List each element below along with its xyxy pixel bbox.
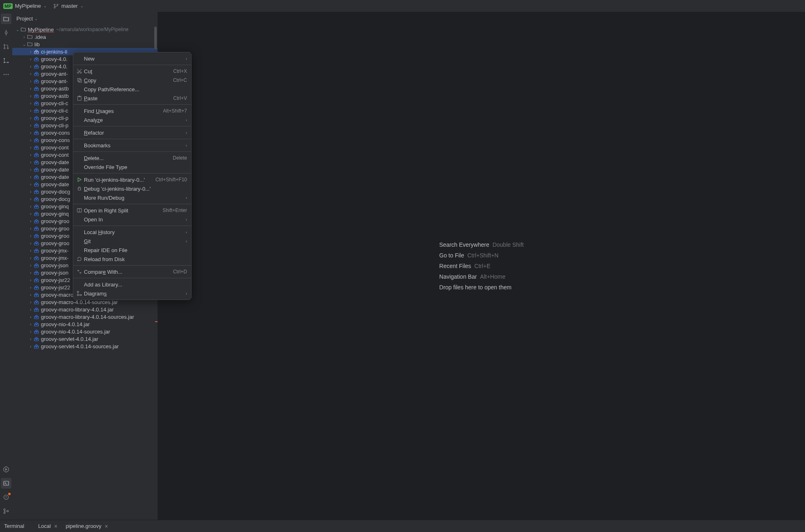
scrollbar-thumb[interactable] [154, 27, 157, 50]
project-header[interactable]: Project ⌄ [12, 12, 158, 25]
expand-icon[interactable]: › [28, 256, 34, 260]
expand-icon[interactable]: › [28, 138, 34, 142]
menu-item[interactable]: Git› [73, 237, 191, 246]
expand-icon[interactable]: › [28, 212, 34, 216]
expand-icon[interactable]: › [28, 285, 34, 290]
expand-icon[interactable]: › [28, 307, 34, 312]
expand-icon[interactable]: › [28, 167, 34, 172]
menu-item[interactable]: Refactor› [73, 128, 191, 137]
expand-icon[interactable]: › [28, 300, 34, 304]
menu-item[interactable]: CopyCtrl+C [73, 76, 191, 85]
expand-icon[interactable]: › [28, 234, 34, 238]
chevron-right-icon: › [186, 143, 187, 148]
menu-item[interactable]: Run 'ci-jenkins-library-0...'Ctrl+Shift+… [73, 175, 191, 184]
tree-root[interactable]: ⌄ MyPipeline ~/amarula/workspace/MyPipel… [12, 26, 158, 33]
project-name: MyPipeline [15, 3, 41, 9]
tree-item[interactable]: ›groovy-nio-4.0.14-sources.jar [12, 328, 158, 335]
menu-item[interactable]: Override File Type [73, 162, 191, 171]
menu-item[interactable]: CutCtrl+X [73, 67, 191, 76]
menu-item[interactable]: New› [73, 54, 191, 63]
expand-icon[interactable]: › [28, 153, 34, 157]
expand-icon[interactable]: › [28, 248, 34, 253]
menu-item[interactable]: Add as Library... [73, 280, 191, 289]
menu-item[interactable]: Compare With...Ctrl+D [73, 267, 191, 276]
terminal-tab-local[interactable]: Local × [34, 523, 61, 530]
expand-icon[interactable]: › [28, 204, 34, 209]
vcs-tool-button[interactable] [1, 506, 11, 516]
expand-icon[interactable]: › [28, 94, 34, 98]
expand-icon[interactable]: › [28, 57, 34, 61]
expand-icon[interactable]: › [28, 101, 34, 106]
branch-selector[interactable]: master ⌄ [53, 3, 83, 9]
menu-item[interactable]: Open in Right SplitShift+Enter [73, 206, 191, 215]
expand-icon[interactable]: › [28, 72, 34, 76]
expand-icon[interactable]: › [28, 50, 34, 54]
commit-tool-button[interactable] [1, 27, 11, 38]
close-icon[interactable]: × [54, 523, 57, 530]
expand-icon[interactable]: › [28, 278, 34, 282]
menu-item[interactable]: More Run/Debug› [73, 193, 191, 202]
project-tool-button[interactable] [1, 14, 11, 24]
menu-item[interactable]: Local History› [73, 228, 191, 237]
terminal-label[interactable]: Terminal [4, 523, 24, 529]
menu-item[interactable]: Reload from Disk [73, 255, 191, 264]
expand-icon[interactable]: › [28, 175, 34, 179]
expand-icon[interactable]: › [28, 315, 34, 319]
close-icon[interactable]: × [105, 523, 108, 530]
menu-item[interactable]: Find UsagesAlt+Shift+7 [73, 106, 191, 115]
expand-icon[interactable]: › [28, 263, 34, 268]
expand-icon[interactable]: › [28, 293, 34, 297]
expand-icon[interactable]: › [28, 241, 34, 246]
expand-icon[interactable]: › [28, 329, 34, 334]
expand-icon[interactable]: › [28, 64, 34, 69]
expand-icon[interactable]: › [28, 79, 34, 83]
menu-label: Refactor [83, 130, 186, 136]
terminal-tool-button[interactable] [1, 478, 11, 489]
menu-item[interactable]: Diagrams› [73, 289, 191, 298]
expand-icon[interactable]: ⌄ [21, 42, 27, 47]
menu-item[interactable]: Copy Path/Reference... [73, 85, 191, 94]
expand-icon[interactable]: › [21, 35, 27, 39]
menu-item[interactable]: Bookmarks› [73, 141, 191, 150]
expand-icon[interactable]: ⌄ [15, 27, 20, 32]
menu-item[interactable]: Open In› [73, 215, 191, 224]
tree-item[interactable]: ›groovy-macro-library-4.0.14.jar [12, 306, 158, 313]
menu-item[interactable]: Analyze› [73, 115, 191, 124]
expand-icon[interactable]: › [28, 145, 34, 150]
expand-icon[interactable]: › [28, 344, 34, 349]
menu-item[interactable]: PasteCtrl+V [73, 94, 191, 103]
menu-item[interactable]: Repair IDE on File [73, 246, 191, 255]
terminal-tab-pipeline[interactable]: pipeline.groovy × [61, 523, 112, 530]
expand-icon[interactable]: › [28, 160, 34, 165]
menu-item[interactable]: Delete...Delete [73, 153, 191, 162]
chevron-right-icon: › [186, 291, 187, 296]
expand-icon[interactable]: › [28, 108, 34, 113]
tree-item[interactable]: ›groovy-macro-library-4.0.14-sources.jar [12, 313, 158, 320]
expand-icon[interactable]: › [28, 226, 34, 231]
expand-icon[interactable]: › [28, 86, 34, 91]
expand-icon[interactable]: › [28, 219, 34, 223]
editor-area[interactable]: Search EverywhereDouble Shift Go to File… [158, 12, 805, 520]
tree-item[interactable]: ›groovy-servlet-4.0.14.jar [12, 335, 158, 343]
expand-icon[interactable]: › [28, 182, 34, 187]
context-menu[interactable]: New›CutCtrl+XCopyCtrl+CCopy Path/Referen… [73, 52, 192, 300]
tree-item[interactable]: ›groovy-nio-4.0.14.jar [12, 320, 158, 328]
more-tools-button[interactable] [1, 69, 11, 80]
tree-folder-idea[interactable]: › .idea [12, 33, 158, 41]
expand-icon[interactable]: › [28, 271, 34, 275]
pull-requests-button[interactable] [1, 41, 11, 52]
expand-icon[interactable]: › [28, 189, 34, 194]
expand-icon[interactable]: › [28, 123, 34, 128]
expand-icon[interactable]: › [28, 322, 34, 327]
expand-icon[interactable]: › [28, 337, 34, 341]
structure-tool-button[interactable] [1, 55, 11, 66]
tree-folder-lib[interactable]: ⌄ lib [12, 41, 158, 48]
tree-item[interactable]: ›groovy-servlet-4.0.14-sources.jar [12, 343, 158, 350]
problems-tool-button[interactable] [1, 492, 11, 503]
run-tool-button[interactable] [1, 464, 11, 475]
expand-icon[interactable]: › [28, 197, 34, 201]
project-selector[interactable]: MP MyPipeline ⌄ [3, 3, 47, 9]
menu-item[interactable]: Debug 'ci-jenkins-library-0...' [73, 184, 191, 193]
expand-icon[interactable]: › [28, 131, 34, 135]
expand-icon[interactable]: › [28, 116, 34, 120]
